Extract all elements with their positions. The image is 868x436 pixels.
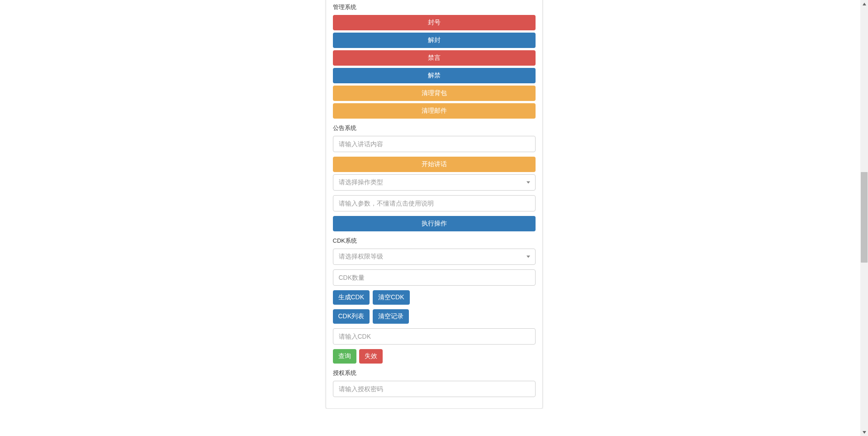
invalidate-button[interactable]: 失效: [359, 349, 383, 364]
query-button[interactable]: 查询: [333, 349, 356, 364]
execute-operation-button[interactable]: 执行操作: [333, 216, 536, 231]
auth-section-label: 授权系统: [333, 369, 536, 377]
cdk-quantity-input[interactable]: [333, 269, 536, 286]
start-speak-button[interactable]: 开始讲话: [333, 157, 536, 172]
announcement-content-input[interactable]: [333, 136, 536, 152]
generate-cdk-button[interactable]: 生成CDK: [333, 290, 370, 305]
operation-type-select-label: 请选择操作类型: [333, 174, 536, 191]
operation-type-select[interactable]: 请选择操作类型: [333, 174, 536, 191]
clear-record-button[interactable]: 清空记录: [373, 309, 409, 324]
cdk-level-select[interactable]: 请选择权限等级: [333, 249, 536, 265]
ban-button[interactable]: 封号: [333, 15, 536, 30]
announcement-section-label: 公告系统: [333, 124, 536, 132]
clear-cdk-button[interactable]: 清空CDK: [373, 290, 410, 305]
clear-mail-button[interactable]: 清理邮件: [333, 103, 536, 119]
mute-button[interactable]: 禁言: [333, 50, 536, 66]
clear-bag-button[interactable]: 清理背包: [333, 86, 536, 101]
unmute-button[interactable]: 解禁: [333, 68, 536, 83]
admin-panel: 管理系统 封号 解封 禁言 解禁 清理背包 清理邮件 公告系统 开始讲话 请选择…: [326, 0, 543, 409]
cdk-list-button[interactable]: CDK列表: [333, 309, 370, 324]
vertical-scrollbar[interactable]: [860, 0, 868, 409]
scrollbar-up-arrow-icon[interactable]: [860, 0, 868, 8]
auth-password-input[interactable]: [333, 381, 536, 397]
management-section-label: 管理系统: [333, 3, 536, 11]
unban-button[interactable]: 解封: [333, 33, 536, 48]
params-input[interactable]: [333, 195, 536, 211]
cdk-section-label: CDK系统: [333, 237, 536, 245]
cdk-input[interactable]: [333, 328, 536, 345]
cdk-level-select-label: 请选择权限等级: [333, 249, 536, 265]
scrollbar-thumb[interactable]: [861, 172, 868, 263]
